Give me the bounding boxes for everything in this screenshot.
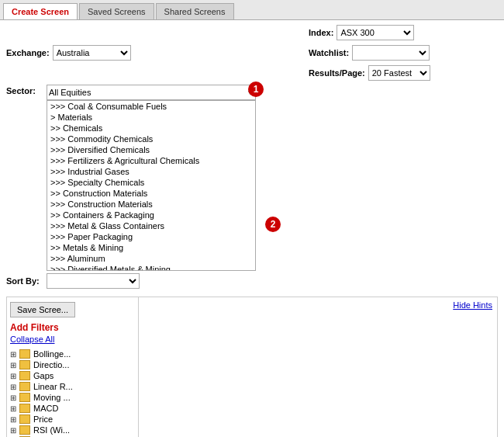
left-top-col: Exchange: Australia United States United… (6, 45, 293, 61)
sector-listbox[interactable]: >>> Coal & Consumable Fuels > Materials … (47, 100, 256, 271)
tab-create[interactable]: Create Screen (3, 3, 78, 19)
filter-item-price[interactable]: ⊞ Price (10, 414, 135, 425)
add-filters-title: Add Filters (10, 322, 135, 333)
exchange-group: Exchange: Australia United States United… (6, 45, 293, 61)
tab-shared[interactable]: Shared Screens (156, 3, 234, 19)
expand-icon[interactable]: ⊞ (10, 383, 18, 391)
watchlist-group: Watchlist: (309, 45, 498, 61)
sector-value-text: All Equities (49, 88, 247, 97)
exchange-select[interactable]: Australia United States United Kingdom (53, 45, 131, 61)
results-label: Results/Page: (309, 68, 365, 78)
content-panel: Hide Hints (139, 297, 497, 437)
expand-icon[interactable]: ⊞ (10, 361, 18, 369)
list-item[interactable]: >>> Paper Packaging (47, 231, 255, 242)
list-item[interactable]: >> Containers & Packaging (47, 210, 255, 220)
list-item[interactable]: >>> Industrial Gases (47, 166, 255, 177)
tab-saved[interactable]: Saved Screens (79, 3, 154, 19)
filter-label: Linear R... (33, 382, 73, 391)
list-item[interactable]: >>> Metal & Glass Containers (47, 220, 255, 231)
folder-icon (19, 414, 30, 424)
filter-item-gaps[interactable]: ⊞ Gaps (10, 370, 135, 381)
top-controls-row: Exchange: Australia United States United… (6, 25, 498, 81)
folder-icon (19, 360, 30, 369)
sector-row: Sector: 1 All Equities ▼ >>> Coal & Cons… (6, 85, 498, 271)
filter-label: Bollinge... (33, 349, 71, 359)
expand-icon[interactable]: ⊞ (10, 415, 18, 424)
sortby-select[interactable] (47, 273, 140, 289)
collapse-all-link[interactable]: Collapse All (10, 335, 54, 344)
folder-icon (19, 425, 30, 435)
filter-label: Moving ... (33, 393, 71, 402)
filter-label: RSI (Wi... (33, 425, 70, 435)
save-screen-button[interactable]: Save Scree... (10, 302, 75, 317)
bottom-panel: Save Scree... Add Filters Collapse All ⊞… (6, 297, 498, 437)
list-item[interactable]: >>> Aluminum (47, 253, 255, 264)
filter-label: Directio... (33, 360, 69, 369)
list-item[interactable]: >>> Diversified Chemicals (47, 144, 255, 155)
folder-icon (19, 393, 30, 402)
filter-item-direction[interactable]: ⊞ Directio... (10, 359, 135, 370)
app-container: Create Screen Saved Screens Shared Scree… (0, 0, 504, 435)
filter-item-moving[interactable]: ⊞ Moving ... (10, 392, 135, 403)
list-item[interactable]: >> Metals & Mining (47, 242, 255, 253)
results-group: Results/Page: 20 Fastest 20 Slowest 50 1… (309, 65, 498, 81)
filters-panel: Save Scree... Add Filters Collapse All ⊞… (7, 297, 139, 437)
results-select[interactable]: 20 Fastest 20 Slowest 50 100 (368, 65, 430, 81)
folder-icon (19, 404, 30, 413)
list-item[interactable]: > Materials (47, 112, 255, 123)
index-group: Index: ASX 300 ASX 200 ASX 100 (309, 25, 498, 40)
folder-icon (19, 349, 30, 359)
hints-row: Hide Hints (139, 297, 497, 313)
sector-left: Sector: 1 All Equities ▼ >>> Coal & Cons… (6, 85, 293, 271)
hide-hints-link[interactable]: Hide Hints (453, 300, 492, 310)
tabs-bar: Create Screen Saved Screens Shared Scree… (0, 0, 504, 20)
index-select[interactable]: ASX 300 ASX 200 ASX 100 (337, 25, 414, 40)
expand-icon[interactable]: ⊞ (10, 394, 18, 402)
filter-label: Price (33, 414, 53, 424)
list-item[interactable]: >>> Coal & Consumable Fuels (47, 101, 255, 112)
expand-icon[interactable]: ⊞ (10, 372, 18, 380)
folder-icon (19, 371, 30, 380)
filter-label: MACD (33, 404, 58, 413)
list-item[interactable]: >>> Fertilizers & Agricultural Chemicals (47, 155, 255, 166)
filter-label: Gaps (33, 371, 54, 380)
folder-icon (19, 382, 30, 391)
sortby-row: Sort By: (6, 273, 498, 289)
filter-item-macd[interactable]: ⊞ MACD (10, 403, 135, 414)
filter-item-linear[interactable]: ⊞ Linear R... (10, 381, 135, 392)
list-item[interactable]: >>> Diversified Metals & Mining (47, 264, 255, 271)
main-layout: Exchange: Australia United States United… (0, 20, 504, 435)
watchlist-label: Watchlist: (309, 48, 349, 57)
list-item[interactable]: >> Construction Materials (47, 188, 255, 199)
index-label: Index: (309, 28, 333, 37)
right-top-col: Index: ASX 300 ASX 200 ASX 100 Watchlist… (293, 25, 498, 81)
filter-item-rsi[interactable]: ⊞ RSI (Wi... (10, 425, 135, 435)
watchlist-select[interactable] (352, 45, 430, 61)
list-item[interactable]: >>> Specialty Chemicals (47, 177, 255, 188)
badge-1: 1 (248, 82, 264, 97)
list-item[interactable]: >>> Commodity Chemicals (47, 134, 255, 144)
exchange-label: Exchange: (6, 48, 50, 57)
list-item[interactable]: >>> Construction Materials (47, 199, 255, 210)
sortby-label: Sort By: (6, 276, 43, 286)
expand-icon[interactable]: ⊞ (10, 426, 18, 435)
expand-icon[interactable]: ⊞ (10, 350, 18, 359)
sector-label: Sector: (6, 85, 43, 95)
sector-wrapper: Sector: 1 All Equities ▼ >>> Coal & Cons… (6, 85, 293, 271)
sector-selected-value[interactable]: All Equities ▼ (47, 85, 256, 100)
badge-2: 2 (265, 217, 281, 232)
sector-dropdown-container: 1 All Equities ▼ >>> Coal & Consumable F… (47, 85, 256, 271)
list-item[interactable]: >> Chemicals (47, 123, 255, 134)
expand-icon[interactable]: ⊞ (10, 404, 18, 413)
filter-item-bollinger[interactable]: ⊞ Bollinge... (10, 349, 135, 359)
